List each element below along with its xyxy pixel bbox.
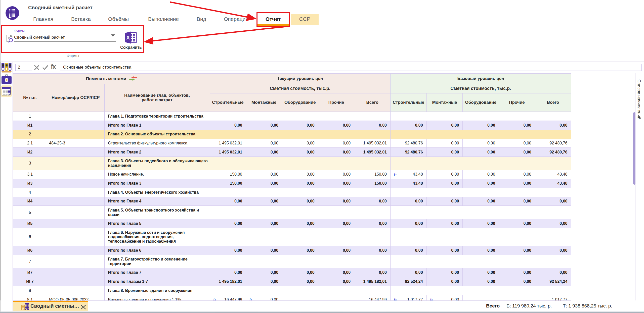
svg-text:X: X [126, 34, 130, 41]
